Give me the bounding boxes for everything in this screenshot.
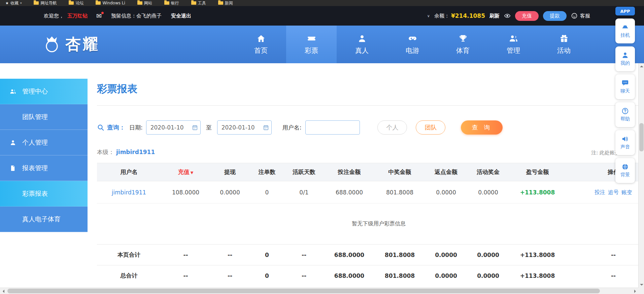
person-icon — [358, 34, 367, 43]
total-cell: 0.0000 — [468, 265, 509, 286]
col-active-days: 活跃天数 — [284, 163, 324, 181]
sidebar-item-team-manage[interactable]: 团队管理 — [0, 104, 88, 130]
row-username-link[interactable]: jimbird1911 — [112, 189, 146, 196]
search-toolbar: 查询： 日期: 至 用户名: 个人 团队 查 询 — [97, 120, 638, 135]
eye-icon[interactable] — [504, 12, 511, 19]
total-cell: 801.8008 — [375, 245, 425, 265]
total-cell: 0.0000 — [425, 265, 468, 286]
bookmark-folder[interactable]: 工具 — [191, 0, 206, 6]
customer-service-button[interactable]: 客服 — [571, 12, 590, 19]
panel-item-chat[interactable]: 聊天 — [615, 74, 635, 99]
vertical-scrollbar[interactable] — [638, 63, 644, 288]
panel-item-label: 背景 — [620, 172, 630, 178]
calendar-icon[interactable] — [263, 124, 269, 131]
scroll-down-arrow-icon[interactable] — [639, 282, 644, 288]
panel-item-sound[interactable]: 声音 — [615, 130, 635, 155]
account-username[interactable]: 五万红钻 — [67, 13, 88, 19]
horizontal-scrollbar[interactable] — [0, 288, 644, 294]
bookmark-folder[interactable]: 网站 — [137, 0, 152, 6]
action-chase-link[interactable]: 追号 — [608, 189, 619, 195]
reserved-info: 预留信息：会飞的燕子 — [111, 13, 162, 19]
brand-name: 杏耀 — [65, 34, 100, 55]
logout-link[interactable]: 安全退出 — [171, 13, 191, 19]
page-total-row: 本页合计 -- -- 0 -- 688.0000 801.8008 0.0000… — [97, 245, 638, 265]
person-icon — [621, 51, 629, 59]
bookmark-folder[interactable]: 银行 — [164, 0, 179, 6]
bookmark-folder[interactable]: 新闻 — [218, 0, 233, 6]
team-filter-button[interactable]: 团队 — [416, 120, 445, 135]
total-cell: -- — [161, 245, 210, 265]
withdraw-button[interactable]: 提款 — [543, 11, 567, 21]
row-bet: 688.0000 — [324, 181, 375, 204]
total-cell: 0.0000 — [468, 245, 509, 265]
col-rebate: 返点金额 — [425, 163, 468, 181]
total-cell: -- — [210, 265, 249, 286]
total-cell: -- — [284, 265, 324, 286]
query-button[interactable]: 查 询 — [461, 120, 503, 135]
app-button[interactable]: APP — [615, 7, 635, 15]
panel-item-help[interactable]: 帮助 — [615, 102, 635, 127]
sort-desc-icon[interactable]: ▼ — [191, 171, 193, 175]
personal-filter-button[interactable]: 个人 — [377, 120, 407, 135]
chevron-down-icon[interactable]: ∨ — [427, 14, 430, 18]
col-recharge[interactable]: 充值▼ — [161, 163, 210, 181]
username-input[interactable] — [305, 120, 360, 135]
bookmark-label: 工具 — [198, 0, 206, 6]
nav-item-manage[interactable]: 管理 — [488, 26, 539, 63]
total-cell: -- — [210, 245, 249, 265]
sidebar-item-report-manage[interactable]: 报表管理 — [0, 155, 88, 181]
mail-icon[interactable]: ✉ — [96, 13, 102, 19]
bookmark-label: 网站 — [144, 0, 152, 6]
panel-item-hangup[interactable]: 挂机 — [615, 19, 635, 43]
browser-bookmarks-bar: ★ 收藏 ▾ 网址导航 论坛 Windows Li 网站 银行 工具 新闻 — [0, 0, 644, 6]
panel-item-background[interactable]: 背景 — [615, 158, 635, 183]
nav-item-sports[interactable]: 体育 — [438, 26, 488, 63]
nav-item-home[interactable]: 首页 — [236, 26, 286, 63]
nav-item-lottery[interactable]: 彩票 — [286, 26, 337, 63]
sidebar-item-personal-manage[interactable]: 个人管理 — [0, 130, 88, 155]
nav-item-activity[interactable]: 活动 — [539, 26, 589, 63]
panel-item-label: 声音 — [620, 144, 630, 150]
floating-side-panel: APP 挂机 我的 聊天 帮助 声音 背景 — [615, 7, 635, 183]
col-profit: 盈亏金额 — [509, 163, 566, 181]
bookmark-folder[interactable]: 网址导航 — [34, 0, 57, 6]
nav-item-egames[interactable]: 电游 — [387, 26, 438, 63]
bookmark-label: 论坛 — [75, 0, 83, 6]
recharge-button[interactable]: 充值 — [515, 11, 539, 21]
to-label: 至 — [206, 124, 212, 132]
sidebar-item-manage-center[interactable]: 管理中心 — [0, 79, 88, 104]
refresh-balance-link[interactable]: 刷新 — [489, 13, 500, 19]
folder-icon — [164, 1, 169, 5]
action-transactions-link[interactable]: 账变 — [621, 189, 632, 195]
bookmark-folder[interactable]: Windows Li — [96, 1, 125, 5]
page-total-label: 本页合计 — [97, 245, 161, 265]
main-navbar: 杏耀 首页 彩票 真人 电游 体育 管理 活动 — [0, 26, 644, 63]
panel-item-label: 聊天 — [620, 88, 630, 94]
col-bonus: 活动奖金 — [468, 163, 509, 181]
horizontal-scrollbar-thumb[interactable] — [7, 289, 600, 293]
total-cell: 0 — [249, 265, 284, 286]
bookmark-folder[interactable]: 论坛 — [69, 0, 83, 6]
bookmark-label: 银行 — [171, 0, 179, 6]
sidebar-item-lottery-report[interactable]: 彩票报表 — [0, 181, 88, 207]
sidebar-item-live-esports[interactable]: 真人电子体育 — [0, 207, 88, 232]
crown-emblem-icon — [42, 35, 61, 54]
scroll-left-arrow-icon[interactable] — [0, 288, 7, 294]
bookmark-favorites[interactable]: ★ 收藏 ▾ — [5, 0, 22, 6]
vertical-scrollbar-thumb[interactable] — [639, 123, 644, 151]
sidebar: 管理中心 团队管理 个人管理 报表管理 彩票报表 真人电子体育 — [0, 63, 88, 288]
scroll-right-arrow-icon[interactable] — [632, 288, 638, 294]
grand-total-label: 总合计 — [97, 265, 161, 286]
level-username-link[interactable]: jimbird1911 — [116, 149, 155, 155]
total-cell: -- — [284, 245, 324, 265]
col-withdraw: 提现 — [210, 163, 249, 181]
nav-item-live[interactable]: 真人 — [337, 26, 387, 63]
grand-total-row: 总合计 -- -- 0 -- 688.0000 801.8008 0.0000 … — [97, 265, 638, 286]
total-cell: 0.0000 — [425, 245, 468, 265]
calendar-icon[interactable] — [192, 124, 198, 131]
folder-icon — [96, 1, 101, 5]
panel-item-mine[interactable]: 我的 — [615, 46, 635, 71]
action-bet-link[interactable]: 投注 — [595, 189, 605, 195]
scroll-up-arrow-icon[interactable] — [639, 63, 644, 69]
brand-logo[interactable]: 杏耀 — [42, 26, 100, 63]
